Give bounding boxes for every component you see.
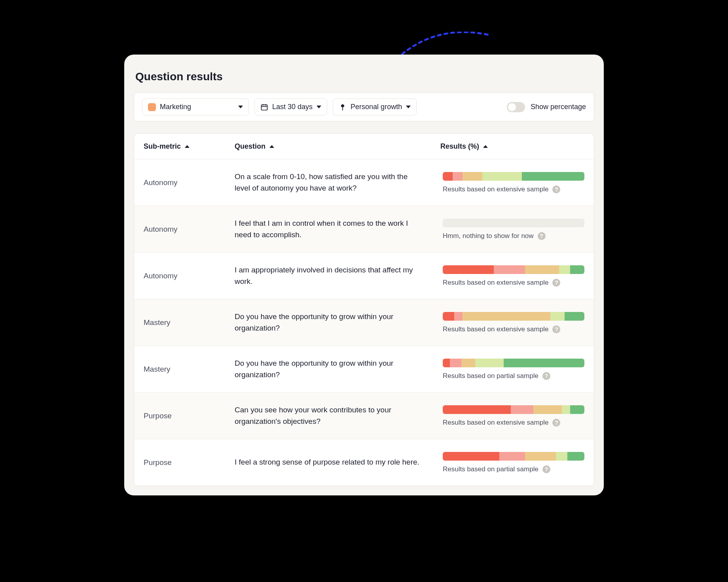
show-percentage-toggle[interactable] <box>507 102 525 112</box>
bar-segment <box>533 405 562 414</box>
svg-rect-1 <box>342 107 343 110</box>
table-row[interactable]: MasteryDo you have the opportunity to gr… <box>134 346 594 392</box>
toggle-knob <box>508 103 516 111</box>
column-results[interactable]: Results (%) <box>440 142 584 151</box>
column-question[interactable]: Question <box>235 142 440 151</box>
help-icon[interactable]: ? <box>552 419 560 427</box>
help-icon[interactable]: ? <box>552 325 560 333</box>
bar-segment <box>525 265 559 274</box>
table-row[interactable]: AutonomyOn a scale from 0-10, how satisf… <box>134 159 594 206</box>
result-note: Hmm, nothing to show for now? <box>443 232 584 240</box>
filter-tag-label: Marketing <box>160 103 191 111</box>
result-note: Results based on extensive sample? <box>443 279 584 287</box>
bar-segment <box>559 265 571 274</box>
result-note: Results based on partial sample? <box>443 465 584 473</box>
bar-segment <box>556 452 567 461</box>
bar-segment <box>525 452 556 461</box>
table-row[interactable]: AutonomyI am appropriately involved in d… <box>134 252 594 299</box>
question-cell: Do you have the opportunity to grow with… <box>235 311 440 334</box>
table-row[interactable]: PurposeI feel a strong sense of purpose … <box>134 439 594 486</box>
bar-segment <box>443 265 494 274</box>
result-note: Results based on extensive sample? <box>443 325 584 333</box>
sort-up-icon <box>483 145 488 148</box>
bar-segment <box>511 405 533 414</box>
submetric-cell: Purpose <box>144 412 235 420</box>
bar-segment <box>565 312 584 321</box>
bar-segment <box>562 405 570 414</box>
result-note: Results based on partial sample? <box>443 372 584 380</box>
filter-metric[interactable]: Personal growth <box>333 98 417 115</box>
filter-tag[interactable]: Marketing <box>142 98 249 115</box>
sort-up-icon <box>185 145 190 148</box>
bar-segment <box>443 172 453 181</box>
result-bar <box>443 359 584 367</box>
chevron-down-icon <box>317 106 321 108</box>
column-submetric[interactable]: Sub-metric <box>144 142 235 151</box>
bar-segment <box>463 172 482 181</box>
filter-date[interactable]: Last 30 days <box>254 98 327 115</box>
question-cell: I feel that I am in control when it come… <box>235 218 440 240</box>
chevron-down-icon <box>238 106 243 108</box>
bar-segment <box>567 452 584 461</box>
bar-segment <box>494 265 525 274</box>
help-icon[interactable]: ? <box>542 372 550 380</box>
bar-segment <box>522 172 584 181</box>
submetric-cell: Mastery <box>144 318 235 327</box>
bar-segment <box>570 265 584 274</box>
tag-swatch-icon <box>148 103 156 111</box>
filter-metric-label: Personal growth <box>351 103 402 111</box>
submetric-cell: Autonomy <box>144 225 235 234</box>
bar-segment <box>461 359 476 367</box>
growth-icon <box>339 103 347 111</box>
bar-segment <box>570 405 584 414</box>
result-cell: Hmm, nothing to show for now? <box>440 219 584 240</box>
bar-segment <box>450 359 461 367</box>
result-cell: Results based on extensive sample? <box>440 405 584 427</box>
result-bar <box>443 452 584 461</box>
bar-segment <box>443 405 511 414</box>
result-bar <box>443 265 584 274</box>
question-results-card: Question results Marketing Last 30 days … <box>124 55 604 495</box>
bar-segment <box>539 219 584 227</box>
help-icon[interactable]: ? <box>542 465 550 473</box>
bar-segment <box>443 219 491 227</box>
result-bar <box>443 312 584 321</box>
bar-segment <box>504 359 584 367</box>
result-bar <box>443 219 584 227</box>
table-row[interactable]: PurposeCan you see how your work contrib… <box>134 392 594 439</box>
bar-segment <box>491 219 539 227</box>
submetric-cell: Mastery <box>144 365 235 374</box>
result-bar <box>443 405 584 414</box>
question-cell: Can you see how your work contributes to… <box>235 404 440 427</box>
bar-segment <box>499 452 525 461</box>
table-row[interactable]: MasteryDo you have the opportunity to gr… <box>134 299 594 346</box>
table-header: Sub-metric Question Results (%) <box>134 134 594 159</box>
question-cell: On a scale from 0-10, how satisfied are … <box>235 171 440 194</box>
bar-segment <box>475 359 504 367</box>
bar-segment <box>443 312 454 321</box>
bar-segment <box>550 312 565 321</box>
result-cell: Results based on partial sample? <box>440 452 584 473</box>
result-cell: Results based on partial sample? <box>440 359 584 380</box>
filter-date-label: Last 30 days <box>272 103 313 111</box>
submetric-cell: Purpose <box>144 458 235 467</box>
bar-segment <box>463 312 550 321</box>
help-icon[interactable]: ? <box>552 185 560 193</box>
bar-segment <box>453 172 463 181</box>
bar-segment <box>454 312 463 321</box>
help-icon[interactable]: ? <box>538 232 546 240</box>
result-cell: Results based on extensive sample? <box>440 312 584 333</box>
show-percentage-toggle-group: Show percentage <box>507 102 586 112</box>
question-cell: I feel a strong sense of purpose related… <box>235 457 440 468</box>
toggle-label: Show percentage <box>531 103 586 111</box>
svg-rect-0 <box>262 105 267 110</box>
question-cell: Do you have the opportunity to grow with… <box>235 358 440 380</box>
bar-segment <box>443 359 450 367</box>
result-note: Results based on extensive sample? <box>443 185 584 193</box>
submetric-cell: Autonomy <box>144 178 235 187</box>
page-title: Question results <box>134 70 594 83</box>
table-row[interactable]: AutonomyI feel that I am in control when… <box>134 206 594 252</box>
filter-bar: Marketing Last 30 days Personal growth S… <box>134 93 594 121</box>
help-icon[interactable]: ? <box>552 279 560 287</box>
sort-up-icon <box>269 145 274 148</box>
